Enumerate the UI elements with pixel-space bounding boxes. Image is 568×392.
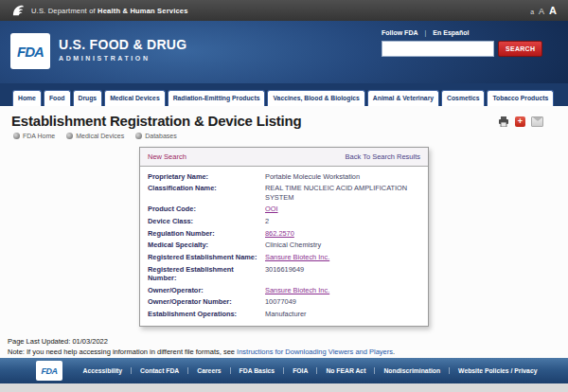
breadcrumb-bullet-icon [135, 133, 142, 139]
table-row: Establishment Operations: Manufacturer [148, 309, 420, 321]
tab-radiation-emitting-products[interactable]: Radiation-Emitting Products [168, 90, 266, 106]
table-row: Owner/Operator: Sansure Biotech Inc. [148, 284, 420, 296]
footer-link-foia[interactable]: FOIA [284, 367, 317, 374]
hhs-eagle-icon [11, 4, 26, 18]
new-search-link[interactable]: New Search [148, 152, 186, 161]
table-row: Classification Name: REAL TIME NUCLEIC A… [148, 183, 420, 204]
registered-establishment-number-value: 3016619649 [265, 265, 304, 283]
establishment-operations-value: Manufacturer [265, 310, 307, 319]
print-icon[interactable] [498, 116, 509, 127]
share-icon[interactable]: + [515, 116, 525, 127]
breadcrumb: FDA Home Medical Devices Databases [13, 133, 568, 139]
tab-medical-devices[interactable]: Medical Devices [104, 90, 166, 106]
font-size-controls[interactable]: a A A [530, 5, 557, 16]
breadcrumb-databases[interactable]: Databases [135, 133, 176, 139]
main-nav: Home Food Drugs Medical Devices Radiatio… [0, 83, 568, 106]
file-formats-note: Note: If you need help accessing informa… [8, 347, 560, 358]
hhs-dept-text: U.S. Department of Health & Human Servic… [31, 7, 188, 15]
table-row: Device Class: 2 [148, 216, 420, 228]
fda-title-line2: ADMINISTRATION [59, 55, 186, 62]
breadcrumb-bullet-icon [66, 133, 73, 139]
en-espanol-link[interactable]: En Español [433, 29, 469, 36]
tab-animal-veterinary[interactable]: Animal & Veterinary [367, 90, 439, 106]
follow-fda-link[interactable]: Follow FDA [382, 29, 418, 36]
back-to-search-results-link[interactable]: Back To Search Results [346, 152, 420, 161]
registered-establishment-name-link[interactable]: Sansure Biotech Inc. [265, 253, 329, 262]
search-input[interactable] [382, 41, 494, 57]
classification-name-value: REAL TIME NUCLEIC ACID AMPLIFICATION SYS… [265, 184, 420, 202]
breadcrumb-fda-home[interactable]: FDA Home [13, 133, 55, 139]
tab-cosmetics[interactable]: Cosmetics [441, 90, 485, 106]
fda-header: FDA U.S. FOOD & DRUG ADMINISTRATION Foll… [0, 21, 568, 83]
page-footer-text: Page Last Updated: 01/03/2022 Note: If y… [8, 337, 560, 358]
owner-operator-number-value: 10077049 [265, 297, 296, 307]
table-row: Registered Establishment Number: 3016619… [148, 263, 420, 284]
device-class-value: 2 [265, 217, 269, 226]
tab-tobacco-products[interactable]: Tobacco Products [487, 90, 554, 106]
font-size-large[interactable]: A [549, 5, 557, 16]
device-detail-panel: New Search Back To Search Results Propri… [139, 147, 429, 327]
table-row: Regulation Number: 862.2570 [148, 227, 420, 240]
tab-food[interactable]: Food [44, 90, 71, 106]
fda-logo[interactable]: FDA [10, 33, 50, 69]
page-title: Establishment Registration & Device List… [11, 113, 568, 129]
breadcrumb-bullet-icon [13, 133, 20, 139]
proprietary-name-value: Portable Molecule Workstation [265, 172, 360, 182]
table-row: Registered Establishment Name: Sansure B… [148, 251, 420, 263]
email-icon[interactable] [531, 116, 543, 127]
fda-title-line1: U.S. FOOD & DRUG [59, 37, 186, 52]
regulation-number-link[interactable]: 862.2570 [265, 229, 294, 239]
breadcrumb-medical-devices[interactable]: Medical Devices [66, 133, 124, 139]
table-row: Owner/Operator Number: 10077049 [148, 296, 420, 309]
footer-link-fda-basics[interactable]: FDA Basics [231, 367, 285, 374]
tab-vaccines-blood-biologics[interactable]: Vaccines, Blood & Biologics [267, 90, 364, 106]
medical-specialty-value: Clinical Chemistry [265, 241, 321, 250]
footer-link-website-policies[interactable]: Website Policies / Privacy [450, 367, 545, 374]
footer-link-no-fear-act[interactable]: No FEAR Act [317, 367, 375, 374]
bottom-strip [0, 383, 568, 392]
owner-operator-link[interactable]: Sansure Biotech Inc. [265, 286, 329, 295]
font-size-medium[interactable]: A [539, 7, 544, 16]
footer-link-careers[interactable]: Careers [188, 367, 230, 374]
footer-link-contact-fda[interactable]: Contact FDA [132, 367, 188, 374]
downloading-viewers-link[interactable]: Instructions for Downloading Viewers and… [237, 347, 393, 356]
product-code-link[interactable]: OOI [265, 205, 278, 214]
hhs-top-bar: U.S. Department of Health & Human Servic… [0, 0, 568, 21]
footer-bar: FDA Accessibility Contact FDA Careers FD… [0, 358, 568, 383]
main-content: Establishment Registration & Device List… [0, 106, 568, 358]
table-row: Medical Specialty: Clinical Chemistry [148, 240, 420, 252]
footer-fda-logo[interactable]: FDA [36, 361, 62, 381]
tab-drugs[interactable]: Drugs [73, 90, 103, 106]
header-links: Follow FDA | En Español [382, 29, 542, 36]
footer-link-nondiscrimination[interactable]: Nondiscrimination [375, 367, 450, 374]
tab-home[interactable]: Home [12, 90, 42, 106]
table-row: Product Code: OOI [148, 204, 420, 216]
page-last-updated: Page Last Updated: 01/03/2022 [8, 337, 560, 347]
footer-link-accessibility[interactable]: Accessibility [75, 367, 133, 374]
fda-header-title: U.S. FOOD & DRUG ADMINISTRATION [59, 37, 186, 62]
table-row: Proprietary Name: Portable Molecule Work… [148, 170, 420, 183]
search-button[interactable]: SEARCH [498, 41, 542, 57]
font-size-small[interactable]: a [530, 9, 534, 15]
